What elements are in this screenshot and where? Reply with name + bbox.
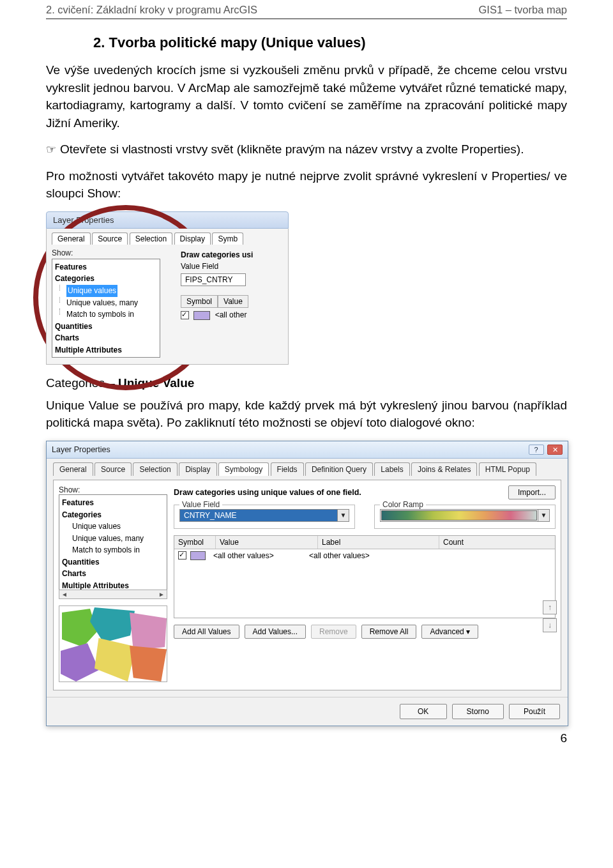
all-other-label: <all other: [215, 310, 247, 319]
paragraph-1: Ve výše uvedených krocích jsme si vyzkou…: [46, 61, 567, 132]
move-down-button[interactable]: ↓: [543, 618, 557, 632]
header-left: 2. cvičení: Základní kroky v programu Ar…: [46, 4, 257, 16]
dialog2-tabs: General Source Selection Display Symbolo…: [53, 462, 561, 476]
instruction-line: Otevřete si vlastnosti vrstvy svět (klik…: [46, 141, 567, 158]
all-other-swatch[interactable]: [193, 311, 210, 320]
tab-display[interactable]: Display: [174, 232, 211, 245]
show-listbox[interactable]: Features Categories Unique values Unique…: [52, 259, 160, 358]
all-other-checkbox[interactable]: [181, 311, 189, 319]
color-ramp-combo[interactable]: ▼: [380, 509, 550, 522]
col-value: Value: [218, 295, 248, 308]
value-field-dropdown[interactable]: FIPS_CNTRY: [181, 273, 246, 286]
tab2-labels[interactable]: Labels: [374, 462, 409, 476]
tab-general[interactable]: General: [52, 232, 91, 245]
col-symbol: Symbol: [181, 295, 218, 308]
tab2-fields[interactable]: Fields: [271, 462, 304, 476]
close-button[interactable]: ✕: [547, 445, 563, 455]
dialog-tabs: General Source Selection Display Symb: [52, 232, 283, 245]
tab2-source[interactable]: Source: [95, 462, 132, 476]
move-up-button[interactable]: ↑: [543, 600, 557, 614]
remove-button: Remove: [311, 625, 356, 639]
paragraph-3: Unique Value se používá pro mapy, kde ka…: [46, 397, 567, 432]
chevron-down-icon[interactable]: ▼: [337, 510, 349, 521]
chevron-down-icon[interactable]: ▼: [538, 510, 549, 521]
value-field-combo[interactable]: CNTRY_NAME ▼: [179, 509, 349, 522]
page-number: 6: [46, 731, 567, 745]
list-item-multiple-attributes[interactable]: Multiple Attributes: [55, 344, 157, 356]
table-row[interactable]: <all other values> <all other values>: [174, 549, 555, 562]
dialog2-title: Layer Properties: [52, 445, 110, 454]
add-values-button[interactable]: Add Values...: [245, 625, 306, 639]
section-heading: 2. Tvorba politické mapy (Unique values): [93, 34, 567, 51]
l2-features[interactable]: Features: [62, 497, 164, 509]
advanced-button[interactable]: Advanced ▾: [421, 625, 478, 639]
row-value: <all other values>: [209, 551, 305, 560]
draw-categories-label: Draw categories usi: [181, 250, 253, 259]
show2-label: Show:: [59, 485, 167, 494]
ok-button[interactable]: OK: [400, 704, 447, 719]
row-swatch[interactable]: [190, 551, 206, 560]
th-count[interactable]: Count: [439, 536, 555, 549]
value-field-legend: Value Field: [179, 500, 222, 509]
layer-properties-dialog-full: Layer Properties ? ✕ General Source Sele…: [46, 441, 568, 726]
tab2-selection[interactable]: Selection: [133, 462, 177, 476]
list-item-unique-values-many[interactable]: Unique values, many: [55, 297, 157, 309]
list-item-categories[interactable]: Categories: [55, 273, 157, 285]
header-right: GIS1 – tvorba map: [479, 4, 568, 16]
import-button[interactable]: Import...: [508, 485, 556, 499]
th-symbol[interactable]: Symbol: [174, 536, 216, 549]
values-table: Symbol Value Label Count <all other valu…: [174, 535, 556, 618]
l2-unique-values[interactable]: Unique values: [62, 521, 164, 533]
row-checkbox[interactable]: [178, 551, 186, 560]
th-label[interactable]: Label: [318, 536, 439, 549]
apply-button[interactable]: Použít: [509, 704, 560, 719]
l2-charts[interactable]: Charts: [62, 568, 164, 580]
row-label: <all other values>: [309, 551, 427, 560]
draw-description: Draw categories using unique values of o…: [174, 488, 502, 497]
cancel-button[interactable]: Storno: [452, 704, 504, 719]
list-item-features[interactable]: Features: [55, 261, 157, 273]
list-item-unique-values[interactable]: Unique values: [55, 285, 157, 297]
list-item-match-symbols[interactable]: Match to symbols in: [55, 308, 157, 321]
l2-multi[interactable]: Multiple Attributes: [62, 580, 164, 590]
remove-all-button[interactable]: Remove All: [361, 625, 417, 639]
tab-source[interactable]: Source: [92, 232, 128, 245]
listbox-scrollbar[interactable]: ◄►: [59, 590, 167, 599]
tab2-display[interactable]: Display: [179, 462, 216, 476]
dialog-titlebar: Layer Properties: [46, 211, 289, 229]
hand-pointer-icon: [46, 142, 60, 156]
tab2-htmlpopup[interactable]: HTML Popup: [479, 462, 536, 476]
show2-listbox[interactable]: Features Categories Unique values Unique…: [59, 494, 167, 590]
tab2-general[interactable]: General: [53, 462, 93, 476]
color-ramp-legend: Color Ramp: [380, 500, 426, 509]
layer-properties-dialog-cropped: Layer Properties General Source Selectio…: [46, 211, 289, 365]
list-item-charts[interactable]: Charts: [55, 332, 157, 344]
tab-selection[interactable]: Selection: [130, 232, 172, 245]
header-rule: [46, 19, 567, 19]
tab-symbology[interactable]: Symb: [212, 232, 243, 245]
tab2-defquery[interactable]: Definition Query: [305, 462, 373, 476]
add-all-values-button[interactable]: Add All Values: [174, 625, 239, 639]
value-field-label: Value Field: [181, 262, 253, 271]
l2-categories[interactable]: Categories: [62, 509, 164, 521]
tab2-joins[interactable]: Joins & Relates: [411, 462, 477, 476]
tab2-symbology[interactable]: Symbology: [218, 462, 269, 476]
list-item-quantities[interactable]: Quantities: [55, 321, 157, 333]
help-button[interactable]: ?: [529, 445, 544, 455]
categories-unique-value-heading: Categories – Unique Value: [46, 376, 567, 390]
l2-unique-values-many[interactable]: Unique values, many: [62, 533, 164, 545]
th-value[interactable]: Value: [216, 536, 318, 549]
paragraph-2: Pro možnosti vytvářet takovéto mapy je n…: [46, 167, 567, 202]
l2-match-symbols[interactable]: Match to symbols in: [62, 544, 164, 556]
l2-quantities[interactable]: Quantities: [62, 556, 164, 568]
symbology-preview: [59, 605, 167, 682]
color-ramp-preview: [381, 510, 537, 521]
